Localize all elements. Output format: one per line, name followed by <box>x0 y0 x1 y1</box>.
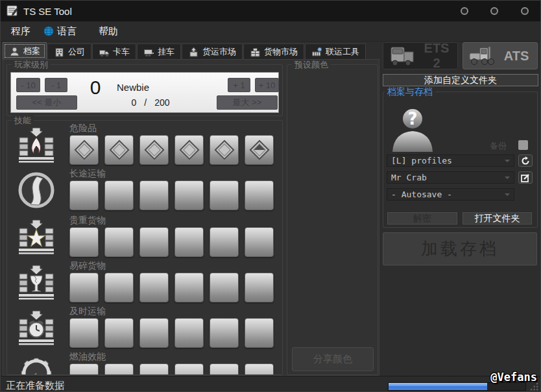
profiles-saves-group-label: 档案与存档 <box>385 87 435 97</box>
tab-freight-market[interactable]: 货运市场 <box>182 43 243 60</box>
skill-step-button[interactable] <box>174 180 204 210</box>
skill-step-button[interactable] <box>210 318 239 348</box>
menu-help-label: 帮助 <box>99 25 118 38</box>
skill-step-button[interactable] <box>104 135 134 165</box>
skill-step-button[interactable] <box>104 227 134 257</box>
edit-profile-button[interactable] <box>518 171 533 184</box>
window-control-maximize[interactable] <box>490 7 498 15</box>
load-save-button[interactable]: 加载存档 <box>383 232 537 265</box>
company-icon <box>54 47 65 58</box>
menu-language-label: 语言 <box>57 25 77 38</box>
skill-step-button[interactable] <box>69 273 99 302</box>
skill-step-button[interactable] <box>245 180 274 210</box>
level-plus1-button[interactable]: + 1 <box>228 78 250 92</box>
level-max-button[interactable]: 最大 >> <box>217 95 278 110</box>
skill-step-button[interactable] <box>245 135 274 165</box>
tab-cargo-market[interactable]: 货物市场 <box>243 43 304 60</box>
tab-trailer[interactable]: 挂车 <box>137 43 181 60</box>
skill-step-button[interactable] <box>104 273 134 302</box>
skill-step-button[interactable] <box>69 135 99 165</box>
skill-step-button[interactable] <box>210 273 239 302</box>
profile-name-value: Mr Crab <box>391 173 427 182</box>
skill-step-button[interactable] <box>69 363 99 374</box>
skill-step-button[interactable] <box>174 135 204 165</box>
ats-game-button[interactable]: ATS <box>463 42 538 69</box>
edit-icon <box>521 173 530 182</box>
tab-company[interactable]: 公司 <box>47 43 91 60</box>
menu-program[interactable]: 程序 <box>1 21 37 41</box>
preset-colors-group-label: 预设颜色 <box>292 60 331 69</box>
trailer-icon <box>143 47 154 58</box>
app-window: TS SE Tool 程序 语言 帮助 <box>0 0 541 392</box>
tab-truck[interactable]: 卡车 <box>92 43 136 60</box>
skill-steps-fragile <box>69 273 274 302</box>
window-control-close[interactable] <box>521 7 529 15</box>
tab-intermodal-tools[interactable]: 联运工具 <box>305 43 366 60</box>
skill-step-button[interactable] <box>139 227 169 257</box>
open-folder-button[interactable]: 打开文件夹 <box>463 212 532 225</box>
level-minus1-button[interactable]: - 1 <box>45 78 67 92</box>
level-minus10-button[interactable]: - 10 <box>16 78 40 92</box>
watermark: @Vefans <box>490 371 537 384</box>
skill-step-button[interactable] <box>174 273 204 302</box>
freight-market-icon <box>188 47 199 58</box>
xp-current: 0 <box>131 97 136 108</box>
backup-checkbox[interactable] <box>518 140 528 150</box>
skill-step-button[interactable] <box>245 273 274 302</box>
skill-step-button[interactable] <box>174 227 204 257</box>
share-colors-button[interactable]: 分享颜色 <box>292 347 374 371</box>
ets2-game-button[interactable]: ETS 2 <box>383 42 458 69</box>
menu-language[interactable]: 语言 <box>37 21 83 41</box>
menu-help[interactable]: 帮助 <box>92 21 125 41</box>
just-in-time-icon <box>18 308 55 347</box>
level-plus10-button[interactable]: + 10 <box>255 78 279 92</box>
chevron-down-icon <box>505 177 510 179</box>
fuel-economy-icon <box>18 354 55 374</box>
refresh-profiles-button[interactable] <box>518 154 533 167</box>
skill-step-button[interactable] <box>174 363 204 374</box>
skill-step-button[interactable] <box>69 318 99 348</box>
skill-step-button[interactable] <box>210 135 239 165</box>
skill-step-button[interactable] <box>245 227 274 257</box>
decrypt-button[interactable]: 解密 <box>387 212 457 225</box>
skill-step-button[interactable] <box>139 135 169 165</box>
title-bar: TS SE Tool <box>1 1 540 21</box>
skill-step-button[interactable] <box>245 318 274 348</box>
tab-intermodal-tools-label: 联运工具 <box>326 46 359 58</box>
resize-grip[interactable] <box>530 382 539 391</box>
skill-step-button[interactable] <box>104 180 134 210</box>
skill-step-button[interactable] <box>104 363 134 374</box>
window-control-minimize[interactable] <box>461 7 468 15</box>
backup-label: 备份 <box>490 140 507 152</box>
skill-label-valuable: 贵重货物 <box>69 215 106 227</box>
status-text: 正在准备数据 <box>6 380 64 392</box>
profiles-source-dropdown[interactable]: [L] profiles <box>387 154 514 167</box>
skill-step-button[interactable] <box>245 363 274 374</box>
level-panel: - 10 - 1 0 Newbie + 1 + 10 << 最小 0 / 200… <box>10 72 279 113</box>
experience-points: 0 / 200 <box>108 97 193 108</box>
valuable-cargo-icon <box>18 217 55 256</box>
profile-icon <box>9 46 20 57</box>
tab-profile[interactable]: 档案 <box>3 42 47 60</box>
skill-step-button[interactable] <box>139 363 169 374</box>
skill-step-button[interactable] <box>210 227 239 257</box>
skill-label-fragile: 易碎货物 <box>69 260 106 272</box>
level-min-button[interactable]: << 最小 <box>16 95 77 110</box>
skill-step-button[interactable] <box>174 318 204 348</box>
skill-label-just-in-time: 及时运输 <box>69 306 106 317</box>
skill-step-button[interactable] <box>69 227 99 257</box>
save-slot-dropdown[interactable]: - Autosave - <box>387 188 514 201</box>
xp-max: 200 <box>154 97 169 108</box>
skill-step-button[interactable] <box>139 180 169 210</box>
profile-tab-page: 玩家级别 - 10 - 1 0 Newbie + 1 + 10 << 最小 0 … <box>3 59 379 376</box>
tab-trailer-label: 挂车 <box>158 46 174 58</box>
hazard-placard-icon <box>109 140 129 160</box>
profile-name-dropdown[interactable]: Mr Crab <box>387 171 514 184</box>
skill-step-button[interactable] <box>104 318 134 348</box>
add-custom-folder-button[interactable]: 添加自定义文件夹 <box>383 74 538 86</box>
skill-step-button[interactable] <box>210 363 239 374</box>
skill-step-button[interactable] <box>139 273 169 302</box>
skill-step-button[interactable] <box>210 180 239 210</box>
skill-step-button[interactable] <box>139 318 169 348</box>
skill-step-button[interactable] <box>69 180 99 210</box>
